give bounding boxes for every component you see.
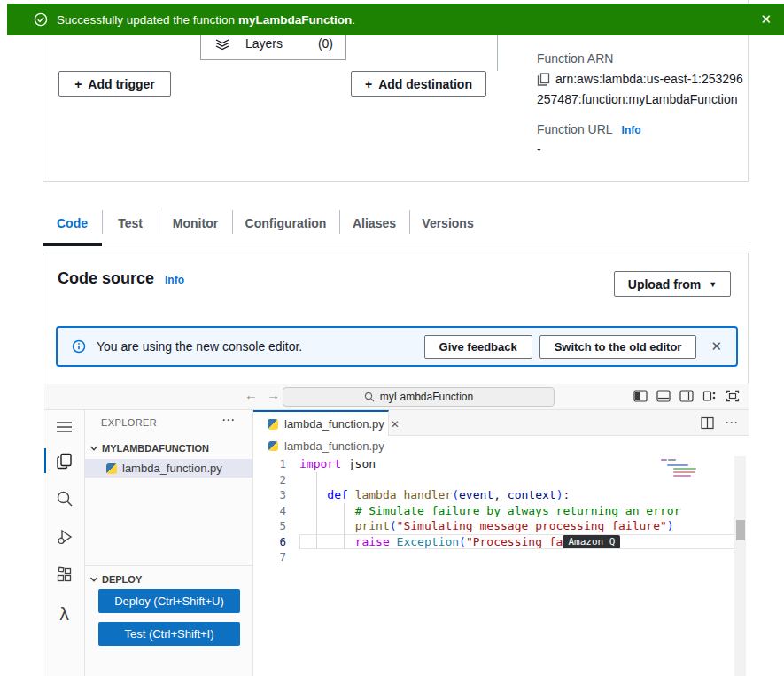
editor-area: lambda_function.py ✕ ⋯ lambda_function.p… [253,410,749,676]
python-file-icon [268,441,278,451]
add-destination-button[interactable]: + Add destination [351,71,486,97]
editor-toolbar: ← → myLambdaFunction [44,384,749,410]
layers-icon [213,35,231,52]
line-number: 2 [253,473,299,486]
code-line-6[interactable]: 6 raise Exception("Processing failed")Am… [253,534,749,550]
destination-connector-line [497,35,498,71]
tab-test[interactable]: Test [102,202,159,245]
alert-close-icon[interactable]: ✕ [710,338,722,354]
function-url-value: - [537,142,541,156]
maximize-panel-icon[interactable] [726,389,740,403]
function-arn-value: arn:aws:lambda:us-east-1:253296257487:fu… [537,69,745,110]
nav-back-icon[interactable]: ← [245,387,258,402]
workspace-folder-row[interactable]: MYLAMBDAFUNCTION [85,439,252,457]
breadcrumb-file[interactable]: lambda_function.py [284,439,384,453]
extensions-icon[interactable] [44,560,84,590]
upload-from-button[interactable]: Upload from ▼ [614,271,731,297]
deploy-section-divider [85,565,252,566]
code-source-title: Code source [58,269,154,288]
run-debug-icon[interactable] [44,522,84,552]
banner-message: Successfully updated the function myLamb… [57,13,355,27]
tab-strip-more-icon[interactable]: ⋯ [725,415,738,431]
toggle-bottom-panel-icon[interactable] [656,389,671,403]
nav-forward-icon[interactable]: → [267,387,280,402]
add-trigger-button[interactable]: + Add trigger [58,71,171,97]
line-number: 1 [253,457,299,470]
code-text: def lambda_handler(event, context): [299,487,570,503]
code-line-4[interactable]: 4 # Simulate failure by always returning… [253,503,749,519]
plus-icon: + [365,77,372,91]
aws-lambda-icon[interactable]: λ [44,599,84,629]
python-file-icon [268,419,278,430]
code-source-info-link[interactable]: Info [165,274,184,286]
code-line-7[interactable]: 7 [253,549,749,565]
banner-close-icon[interactable]: ✕ [760,12,772,27]
layout-toggle-icons [633,389,740,403]
code-text: import json [299,456,376,472]
give-feedback-button[interactable]: Give feedback [424,335,532,359]
success-banner: Successfully updated the function myLamb… [7,4,784,35]
explorer-file-lambda_function.py[interactable]: lambda_function.py [85,459,252,478]
editor-scrollbar[interactable] [734,456,746,676]
code-line-5[interactable]: 5 print("Simulating message processing f… [253,518,749,534]
line-number: 5 [253,519,299,532]
tab-monitor[interactable]: Monitor [159,202,232,245]
menu-icon[interactable] [44,412,84,442]
toggle-right-panel-icon[interactable] [679,389,694,403]
deploy-button[interactable]: Deploy (Ctrl+Shift+U) [98,589,240,613]
new-editor-alert: You are using the new console editor. Gi… [56,326,738,367]
file-name: lambda_function.py [122,462,222,475]
code-source-header: Code source Info [58,269,184,288]
search-value: myLambdaFunction [380,391,473,403]
search-icon [364,392,375,402]
code-source-card: Code source Info Upload from ▼ You are u… [43,253,749,676]
activity-bar: λ [44,410,85,676]
plus-icon: + [74,77,82,91]
lambda-console-screen: Successfully updated the function myLamb… [0,0,784,676]
function-tabs: CodeTestMonitorConfigurationAliasesVersi… [43,202,749,245]
alert-message: You are using the new console editor. [97,339,302,354]
function-url-info-link[interactable]: Info [622,124,641,136]
function-url-label: Function URL [537,122,613,136]
breadcrumb: lambda_function.py [253,436,749,456]
chevron-down-icon [89,575,98,584]
python-file-icon [106,463,117,474]
amazon-q-badge[interactable]: Amazon Q [563,535,620,548]
explorer-panel: EXPLORER ⋯ MYLAMBDAFUNCTION lambda_funct… [85,410,253,676]
layers-count: (0) [318,36,333,51]
scrollbar-thumb[interactable] [736,520,745,540]
editor-tab-strip: lambda_function.py ✕ ⋯ [253,410,749,436]
customize-layout-icon[interactable] [702,389,717,403]
editor-tab-lambda-function[interactable]: lambda_function.py ✕ [253,410,389,436]
deploy-section-label: DEPLOY [102,574,142,585]
tab-aliases[interactable]: Aliases [339,202,409,245]
dropdown-caret-icon: ▼ [709,280,717,289]
tab-configuration[interactable]: Configuration [232,202,339,245]
line-number: 7 [253,550,299,563]
explorer-more-icon[interactable]: ⋯ [221,412,235,428]
tab-versions[interactable]: Versions [409,202,486,245]
search-icon[interactable] [44,484,84,514]
tab-code[interactable]: Code [43,202,102,245]
workspace-folder-label: MYLAMBDAFUNCTION [102,443,209,454]
info-circle-icon [72,339,86,354]
code-text: # Simulate failure by always returning a… [299,503,680,519]
split-editor-icon[interactable] [701,416,714,430]
minimap[interactable] [661,459,696,499]
test-button[interactable]: Test (Ctrl+Shift+I) [98,622,240,646]
tab-close-icon[interactable]: ✕ [391,418,400,431]
function-url-label-row: Function URL Info [537,122,641,136]
toggle-left-panel-icon[interactable] [633,389,648,403]
switch-old-editor-button[interactable]: Switch to the old editor [539,335,697,359]
deploy-section-row[interactable]: DEPLOY [85,570,252,588]
copy-icon[interactable] [537,73,550,86]
code-editor[interactable]: 1import json23 def lambda_handler(event,… [253,456,749,676]
line-number: 6 [253,535,299,548]
line-number: 4 [253,504,299,517]
check-circle-icon [34,12,48,27]
command-center-search[interactable]: myLambdaFunction [283,387,555,407]
code-text: raise Exception("Processing failed")Amaz… [299,534,604,550]
files-icon[interactable] [44,446,84,476]
function-arn-label: Function ARN [537,51,613,66]
line-number: 3 [253,488,299,501]
